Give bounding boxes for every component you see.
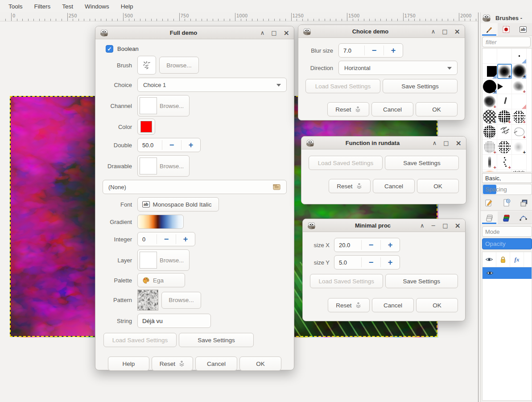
brush-item[interactable] [512,94,527,109]
brush-item[interactable] [497,79,512,94]
close-button[interactable]: × [284,30,289,36]
brush-preview-button[interactable] [137,56,156,75]
dock-splitter[interactable] [478,12,481,402]
brush-item[interactable] [497,94,512,109]
font-picker-button[interactable]: ab Monospace Bold Italic [137,197,219,211]
load-saved-settings-button[interactable]: Load Saved Settings [309,156,383,170]
brush-item[interactable]: + [497,155,512,170]
cancel-button[interactable]: Cancel [371,102,413,116]
function-rundata-titlebar[interactable]: Function in rundata ∧ □ × [301,137,466,149]
tab-channels[interactable] [498,211,515,224]
decrement-button[interactable]: − [362,238,380,252]
palette-picker-button[interactable]: Ega [137,273,185,287]
brush-item[interactable]: + [483,94,497,109]
ok-button[interactable]: OK [416,298,458,312]
brush-item[interactable] [483,64,497,79]
eye-icon[interactable] [486,270,494,276]
size-y-value[interactable]: 5.0 [334,256,361,269]
drawable-picker-button[interactable]: Browse... [137,155,190,177]
menu-item-windows[interactable]: Windows [79,1,115,12]
brush-name-field[interactable]: Basic, [482,173,532,183]
size-x-value[interactable]: 20.0 [334,238,361,252]
brush-filter-input[interactable] [482,37,531,47]
tab-brushes[interactable] [481,23,498,36]
brush-item[interactable]: + [497,109,512,124]
string-input[interactable] [137,314,211,328]
brush-item[interactable]: + [497,170,512,172]
effects-header-toggle[interactable]: fx [510,252,524,267]
ok-button[interactable]: OK [417,179,459,193]
brush-item[interactable] [497,140,512,155]
brush-item[interactable] [512,49,527,64]
lock-header-toggle[interactable] [496,252,510,267]
layer-list-row-selected[interactable] [483,267,532,279]
decrement-button[interactable]: − [157,232,176,246]
choice-dropdown[interactable]: Choice 1 [137,78,287,92]
shade-button[interactable]: ∧ [431,29,436,34]
brush-item[interactable]: + [512,79,527,94]
ok-button[interactable]: OK [416,102,458,116]
brush-item[interactable]: + [512,124,527,140]
shade-button[interactable]: ∧ [260,30,265,36]
brush-item[interactable] [483,49,497,64]
reset-button[interactable]: Reset [329,179,371,193]
increment-button[interactable]: + [181,138,200,152]
duplicate-brush-button[interactable] [520,199,528,207]
save-settings-button[interactable]: Save Settings [385,274,458,288]
increment-button[interactable]: + [176,232,195,246]
boolean-checkbox[interactable]: ✓ [106,45,113,53]
blur-size-value[interactable]: 7.0 [339,44,364,57]
brush-item[interactable] [512,155,527,170]
tab-layers[interactable] [481,211,498,224]
gradient-picker-button[interactable] [137,215,184,229]
tab-paths[interactable] [515,211,532,224]
brush-item[interactable] [483,124,497,140]
color-picker-button[interactable] [137,119,155,135]
visibility-header-toggle[interactable] [483,252,496,267]
minimize-button[interactable]: − [431,223,436,228]
full-demo-titlebar[interactable]: Full demo ∧ □ × [95,26,294,39]
new-brush-button[interactable] [502,199,511,207]
ok-button[interactable]: OK [239,356,281,371]
save-settings-button[interactable]: Save Settings [383,79,458,93]
channel-picker-button[interactable]: Browse... [137,95,190,116]
brush-browse-button[interactable]: Browse... [159,57,199,74]
minimal-proc-titlebar[interactable]: Minimal proc ∧ − □ × [303,219,465,232]
close-button[interactable]: × [454,29,460,34]
opacity-slider[interactable]: Opacity [482,238,532,249]
cancel-button[interactable]: Cancel [195,356,237,371]
spacing-slider[interactable]: Spacing [482,184,532,195]
reset-button[interactable]: Reset [327,102,369,116]
close-button[interactable]: × [456,140,462,146]
brush-item[interactable]: + [512,64,527,79]
brush-item[interactable]: + [483,140,497,155]
decrement-button[interactable]: − [162,138,181,152]
maximize-button[interactable]: □ [443,140,449,146]
direction-dropdown[interactable]: Horizontal [338,61,458,75]
reset-button[interactable]: Reset [152,356,193,371]
integer-value[interactable]: 0 [138,232,157,246]
brush-item[interactable]: + [512,170,527,172]
choice-demo-titlebar[interactable]: Choice demo ∧ □ × [298,25,465,38]
shade-button[interactable]: ∧ [433,140,437,146]
save-settings-button[interactable]: Save Settings [179,333,254,347]
cancel-button[interactable]: Cancel [372,298,414,312]
increment-button[interactable]: + [384,44,403,57]
shade-button[interactable]: ∧ [420,223,425,228]
cancel-button[interactable]: Cancel [373,179,415,193]
help-button[interactable]: Help [108,356,149,371]
brush-item[interactable]: + [483,155,497,170]
layer-mode-dropdown[interactable]: Mode [482,226,532,237]
decrement-button[interactable]: − [362,256,380,269]
brush-item[interactable]: + [512,140,527,155]
layer-picker-button[interactable]: Browse... [137,249,190,271]
menu-item-test[interactable]: Test [56,1,79,12]
dock-titlebar[interactable]: Brushes - [481,12,532,23]
brush-item[interactable]: + [512,109,527,124]
increment-button[interactable]: + [381,238,400,252]
menu-item-filters[interactable]: Filters [29,1,57,12]
close-button[interactable]: × [455,223,461,228]
decrement-button[interactable]: − [365,44,384,57]
menu-item-tools[interactable]: Tools [3,1,29,12]
increment-button[interactable]: + [381,256,400,269]
